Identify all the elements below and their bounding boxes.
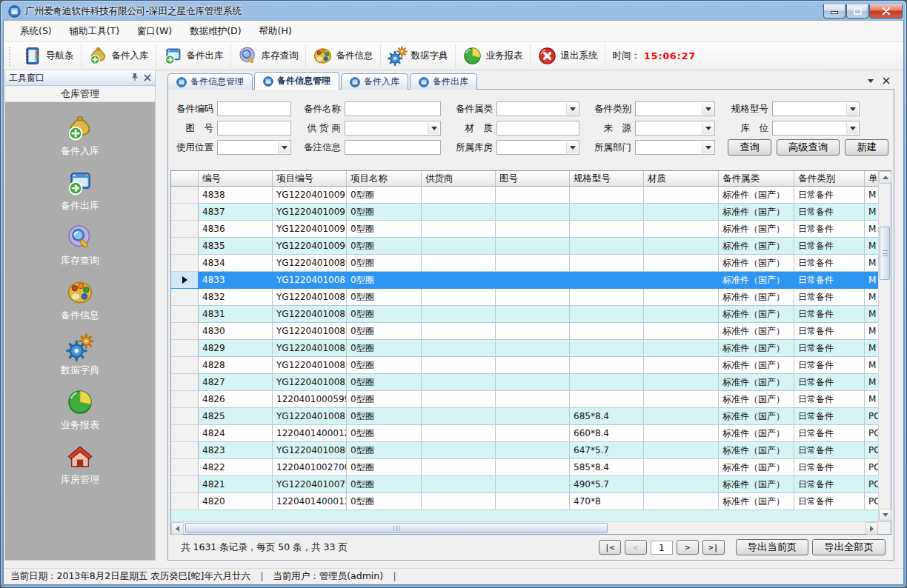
row-selector-cell[interactable]	[171, 272, 199, 289]
close-button[interactable]	[869, 4, 903, 19]
warehouse-select[interactable]	[496, 140, 579, 155]
cell-category[interactable]: 标准件（国产）	[719, 221, 794, 238]
sidebar-nav-item[interactable]: 备件信息	[5, 278, 155, 322]
cell-project-name[interactable]: 0型圈	[347, 204, 422, 221]
cell-spec[interactable]	[570, 289, 644, 306]
cell-spec[interactable]: 647*5.7	[570, 442, 644, 459]
menu-item[interactable]: 窗口(W)	[128, 21, 181, 41]
cell-spec[interactable]	[570, 306, 644, 323]
cell-spec[interactable]	[570, 391, 644, 408]
cell-id[interactable]: 4831	[199, 306, 273, 323]
cell-project-name[interactable]: 0型圈	[347, 408, 422, 425]
cell-project-name[interactable]: 0型圈	[347, 289, 422, 306]
cell-drawing-no[interactable]	[496, 187, 570, 204]
cell-type[interactable]: 日常备件	[794, 238, 865, 255]
cell-material[interactable]	[644, 306, 719, 323]
row-selector-cell[interactable]	[171, 374, 199, 391]
row-selector-cell[interactable]	[171, 238, 199, 255]
cell-unit[interactable]: M	[865, 289, 878, 306]
cell-project-no[interactable]: 1220401400012	[273, 425, 347, 442]
cell-category[interactable]: 标准件（国产）	[719, 476, 794, 493]
row-selector-cell[interactable]	[171, 187, 199, 204]
cell-unit[interactable]: PC	[865, 408, 878, 425]
tab-list-dropdown-icon[interactable]	[868, 79, 874, 83]
cell-type[interactable]: 日常备件	[794, 442, 865, 459]
cell-id[interactable]: 4821	[199, 476, 273, 493]
cell-project-no[interactable]: YG12204010087	[273, 289, 347, 306]
row-selector-cell[interactable]	[171, 306, 199, 323]
cell-project-name[interactable]: 0型圈	[347, 476, 422, 493]
part-name-input[interactable]	[345, 101, 441, 116]
table-row[interactable]: 4836 YG12204010091 0型圈 标准件（国产） 日常备件 M	[171, 221, 878, 238]
cell-type[interactable]: 日常备件	[794, 374, 865, 391]
row-selector-cell[interactable]	[171, 459, 199, 476]
titlebar[interactable]: 广州爱奇迪软件科技有限公司-深田之星仓库管理系统	[3, 1, 904, 20]
cell-unit[interactable]: M	[865, 187, 878, 204]
cell-project-no[interactable]: YG12204010093	[273, 187, 347, 204]
cell-material[interactable]	[644, 187, 719, 204]
column-header[interactable]: 项目编号	[273, 171, 347, 187]
cell-project-no[interactable]: 1220401002700	[273, 459, 347, 476]
cell-drawing-no[interactable]	[496, 289, 570, 306]
document-tab[interactable]: 备件出库	[410, 73, 477, 90]
cell-id[interactable]: 4825	[199, 408, 273, 425]
export-all-pages-button[interactable]: 导出全部页	[812, 539, 886, 555]
toolbar-button[interactable]: 数据字典	[381, 44, 456, 68]
cell-project-name[interactable]: 0型圈	[347, 459, 422, 476]
column-header[interactable]: 备件属类	[719, 171, 794, 187]
cell-material[interactable]	[644, 204, 719, 221]
cell-material[interactable]	[644, 221, 719, 238]
cell-material[interactable]	[644, 272, 719, 289]
cell-category[interactable]: 标准件（国产）	[719, 272, 794, 289]
cell-project-no[interactable]: YG12204010084	[273, 340, 347, 357]
source-select[interactable]	[635, 121, 715, 136]
cell-project-name[interactable]: 0型圈	[347, 187, 422, 204]
toolbar-button[interactable]: 备件入库	[82, 44, 156, 68]
cell-spec[interactable]	[570, 255, 644, 272]
scroll-left-button[interactable]	[171, 522, 184, 535]
cell-supplier[interactable]	[422, 187, 496, 204]
row-selector-cell[interactable]	[171, 289, 199, 306]
cell-project-name[interactable]: 0型圈	[347, 340, 422, 357]
cell-id[interactable]: 4832	[199, 289, 273, 306]
pin-icon[interactable]	[131, 73, 139, 83]
cell-project-no[interactable]: YG12204010082	[273, 374, 347, 391]
advanced-query-button[interactable]: 高级查询	[777, 139, 840, 156]
cell-material[interactable]	[644, 391, 719, 408]
cell-unit[interactable]: M	[865, 323, 878, 340]
table-row[interactable]: 4833 YG12204010088 0型圈 标准件（国产） 日常备件 M	[171, 272, 878, 289]
cell-project-no[interactable]: YG12204010085	[273, 323, 347, 340]
cell-type[interactable]: 日常备件	[794, 408, 865, 425]
cell-id[interactable]: 4828	[199, 357, 273, 374]
toolbar-button[interactable]: 导航条	[16, 44, 82, 68]
cell-material[interactable]	[644, 357, 719, 374]
cell-supplier[interactable]	[422, 493, 496, 510]
cell-material[interactable]	[644, 255, 719, 272]
cell-drawing-no[interactable]	[496, 476, 570, 493]
cell-unit[interactable]: M	[865, 357, 878, 374]
cell-type[interactable]: 日常备件	[794, 493, 865, 510]
cell-type[interactable]: 日常备件	[794, 187, 865, 204]
row-selector-cell[interactable]	[171, 493, 199, 510]
toolbar-button[interactable]: 业务报表	[456, 44, 531, 68]
vertical-scrollbar[interactable]	[878, 171, 891, 521]
column-header[interactable]: 规格型号	[570, 171, 644, 187]
cell-spec[interactable]	[570, 272, 644, 289]
cell-unit[interactable]: M	[865, 374, 878, 391]
cell-category[interactable]: 标准件（国产）	[719, 187, 794, 204]
cell-supplier[interactable]	[422, 357, 496, 374]
cell-drawing-no[interactable]	[496, 442, 570, 459]
cell-unit[interactable]: PC	[865, 442, 878, 459]
menu-item[interactable]: 帮助(H)	[250, 21, 301, 41]
cell-id[interactable]: 4824	[199, 425, 273, 442]
column-header[interactable]: 编号	[199, 171, 273, 187]
table-row[interactable]: 4835 YG12204010090 0型圈 标准件（国产） 日常备件 M	[171, 238, 878, 255]
cell-project-name[interactable]: 0型圈	[347, 425, 422, 442]
cell-supplier[interactable]	[422, 306, 496, 323]
cell-id[interactable]: 4820	[199, 493, 273, 510]
column-header[interactable]: 图号	[496, 171, 570, 187]
cell-drawing-no[interactable]	[496, 272, 570, 289]
cell-spec[interactable]	[570, 357, 644, 374]
cell-id[interactable]: 4835	[199, 238, 273, 255]
table-row[interactable]: 4829 YG12204010084 0型圈 标准件（国产） 日常备件 M	[171, 340, 878, 357]
